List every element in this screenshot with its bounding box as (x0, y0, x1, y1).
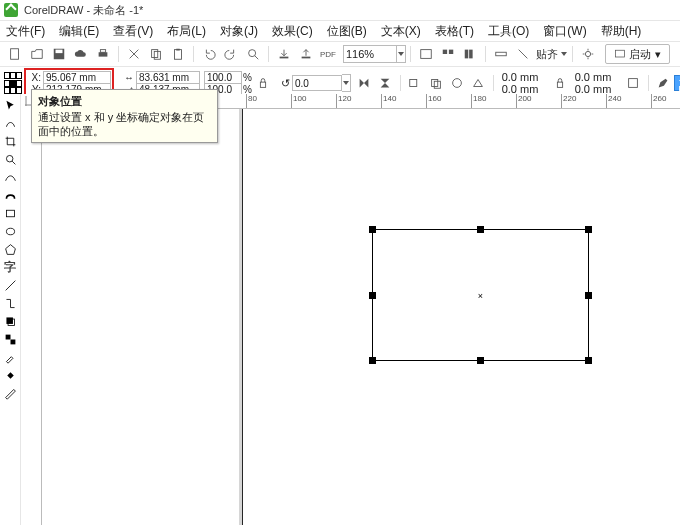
path-ops-icon[interactable] (407, 74, 424, 92)
fullscreen-icon[interactable] (417, 45, 435, 63)
new-icon[interactable] (6, 45, 24, 63)
handle-sw[interactable] (369, 357, 376, 364)
columns-icon[interactable] (461, 45, 479, 63)
svg-rect-2 (56, 50, 63, 54)
import-icon[interactable] (275, 45, 293, 63)
svg-rect-21 (616, 50, 625, 57)
menu-edit[interactable]: 编辑(E) (59, 23, 99, 40)
fill-tool-icon[interactable] (2, 367, 18, 383)
rotate-input[interactable]: 0.0 (292, 75, 342, 91)
options-icon[interactable] (579, 45, 597, 63)
svg-line-10 (255, 56, 259, 60)
wrap-icon[interactable] (625, 74, 642, 92)
svg-rect-31 (6, 210, 14, 217)
menu-bitmap[interactable]: 位图(B) (327, 23, 367, 40)
path-ops-icon[interactable] (470, 74, 487, 92)
copy-icon[interactable] (147, 45, 165, 63)
svg-rect-14 (443, 50, 447, 54)
paste-icon[interactable] (169, 45, 187, 63)
handle-nw[interactable] (369, 226, 376, 233)
zoom-dropdown-icon[interactable] (397, 45, 406, 63)
open-icon[interactable] (28, 45, 46, 63)
launch-button[interactable]: 启动 ▾ (605, 44, 670, 64)
lock-ratio-icon[interactable] (256, 74, 270, 92)
ruler-tick: 100 (291, 94, 306, 108)
percent-unit: % (243, 72, 252, 83)
menu-effect[interactable]: 效果(C) (272, 23, 313, 40)
artistic-media-icon[interactable] (2, 187, 18, 203)
svg-rect-38 (10, 339, 15, 344)
menu-help[interactable]: 帮助(H) (601, 23, 642, 40)
svg-rect-7 (175, 50, 182, 60)
guides-icon[interactable] (514, 45, 532, 63)
cloud-icon[interactable] (72, 45, 90, 63)
snap-dropdown-icon[interactable] (560, 46, 568, 62)
transparency-tool-icon[interactable] (2, 331, 18, 347)
menu-file[interactable]: 文件(F) (6, 23, 45, 40)
undo-icon[interactable] (200, 45, 218, 63)
svg-rect-4 (100, 50, 105, 53)
menu-tools[interactable]: 工具(O) (488, 23, 529, 40)
drawing-page[interactable]: × (42, 109, 680, 525)
zoom-tool-icon[interactable] (2, 151, 18, 167)
mirror-v-icon[interactable] (377, 74, 394, 92)
selected-rectangle[interactable]: × (372, 229, 589, 361)
redo-icon[interactable] (222, 45, 240, 63)
origin-anchor-icon[interactable] (4, 71, 22, 95)
svg-rect-12 (302, 57, 311, 59)
svg-line-30 (12, 161, 15, 164)
center-marker-icon[interactable]: × (477, 292, 484, 299)
dropshadow-tool-icon[interactable] (2, 313, 18, 329)
print-icon[interactable] (94, 45, 112, 63)
ruler-vertical[interactable] (21, 108, 42, 525)
path-ops-icon[interactable] (428, 74, 445, 92)
connector-tool-icon[interactable] (2, 295, 18, 311)
rotate-field[interactable]: ↺ 0.0 (281, 74, 351, 92)
svg-rect-13 (421, 50, 432, 59)
save-icon[interactable] (50, 45, 68, 63)
shape-tool-icon[interactable] (2, 115, 18, 131)
menu-window[interactable]: 窗口(W) (543, 23, 586, 40)
pick-tool-icon[interactable] (2, 97, 18, 113)
cut-icon[interactable] (125, 45, 143, 63)
freehand-tool-icon[interactable] (2, 169, 18, 185)
menu-layout[interactable]: 布局(L) (167, 23, 206, 40)
text-tool-icon[interactable]: 字 (2, 259, 18, 275)
polygon-tool-icon[interactable] (2, 241, 18, 257)
grid-icon[interactable] (439, 45, 457, 63)
svg-rect-22 (260, 82, 265, 87)
rulers-icon[interactable] (492, 45, 510, 63)
svg-point-26 (453, 79, 462, 88)
ellipse-tool-icon[interactable] (2, 223, 18, 239)
dimension-tool-icon[interactable] (2, 277, 18, 293)
lock-corners-icon[interactable] (552, 74, 569, 92)
search-icon[interactable] (244, 45, 262, 63)
menu-text[interactable]: 文本(X) (381, 23, 421, 40)
menu-view[interactable]: 查看(V) (113, 23, 153, 40)
eyedropper-tool-icon[interactable] (2, 349, 18, 365)
handle-se[interactable] (585, 357, 592, 364)
rectangle-tool-icon[interactable] (2, 205, 18, 221)
menu-table[interactable]: 表格(T) (435, 23, 474, 40)
snap-label[interactable]: 贴齐 (536, 47, 558, 62)
path-ops-icon[interactable] (449, 74, 466, 92)
menu-object[interactable]: 对象(J) (220, 23, 258, 40)
canvas-area[interactable]: ▾ 0 40 60 80 100 120 140 160 180 200 220… (21, 94, 680, 525)
pdf-icon[interactable]: PDF (319, 45, 337, 63)
zoom-input[interactable]: 116% (343, 45, 397, 63)
mirror-h-icon[interactable] (356, 74, 373, 92)
handle-e[interactable] (585, 292, 592, 299)
handle-n[interactable] (477, 226, 484, 233)
separator (493, 75, 494, 91)
handle-w[interactable] (369, 292, 376, 299)
outline-width-input[interactable]: 1.0 pt (674, 75, 680, 91)
handle-s[interactable] (477, 357, 484, 364)
handle-ne[interactable] (585, 226, 592, 233)
svg-rect-27 (558, 82, 563, 87)
corner-radius-input[interactable]: 0.0 mm (502, 71, 546, 83)
outline-tool-icon[interactable] (2, 385, 18, 401)
export-icon[interactable] (297, 45, 315, 63)
crop-tool-icon[interactable] (2, 133, 18, 149)
rotate-dropdown-icon[interactable] (342, 74, 351, 92)
corner-radius-input[interactable]: 0.0 mm (575, 71, 619, 83)
